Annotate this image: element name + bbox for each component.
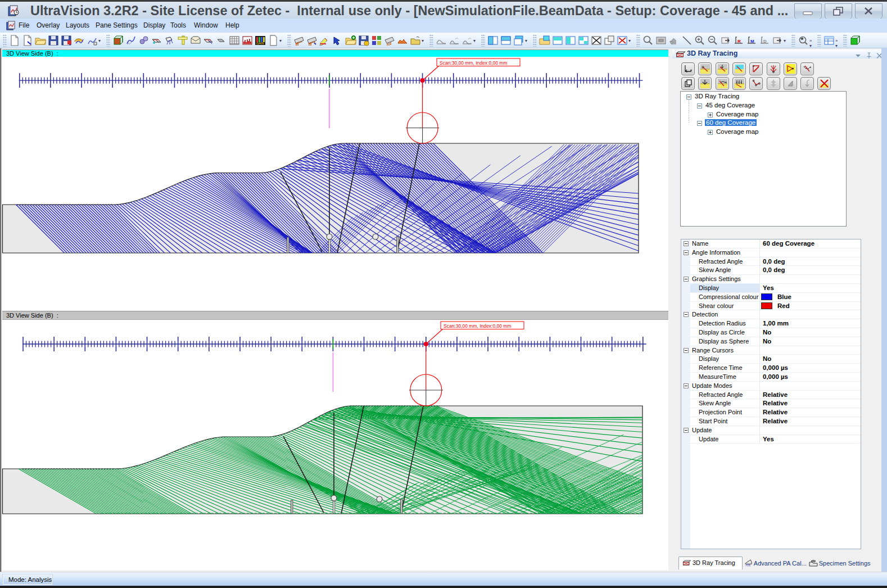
svg-text:Scan:30,00 mm, Index:0,00 mm: Scan:30,00 mm, Index:0,00 mm: [444, 323, 511, 329]
svg-text:Scan:30,00 mm, Index:0,00 mm: Scan:30,00 mm, Index:0,00 mm: [440, 60, 507, 66]
svg-text:R: R: [737, 39, 741, 44]
svg-text:M: M: [750, 39, 754, 44]
svg-text:D: D: [763, 39, 767, 44]
svg-text:GAIN: GAIN: [256, 42, 264, 45]
